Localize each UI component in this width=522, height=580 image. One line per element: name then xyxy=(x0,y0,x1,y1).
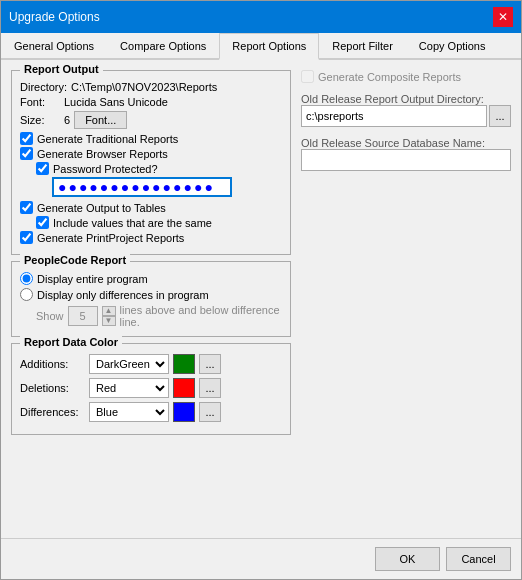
deletions-label: Deletions: xyxy=(20,382,85,394)
show-spinner: ▲ ▼ xyxy=(102,306,116,326)
title-bar: Upgrade Options ✕ xyxy=(1,1,521,33)
differences-color-btn[interactable]: ... xyxy=(199,402,221,422)
checkbox-browser-label: Generate Browser Reports xyxy=(37,148,168,160)
additions-color-btn[interactable]: ... xyxy=(199,354,221,374)
radio-differences-label: Display only differences in program xyxy=(37,289,209,301)
checkbox-password: Password Protected? xyxy=(20,162,282,175)
additions-row: Additions: DarkGreen ... xyxy=(20,354,282,374)
main-content: Report Output Directory: C:\Temp\07NOV20… xyxy=(1,60,521,538)
size-value: 6 xyxy=(64,114,70,126)
deletions-swatch xyxy=(173,378,195,398)
right-section: Generate Composite Reports Old Release R… xyxy=(301,70,511,171)
checkbox-printproject-input[interactable] xyxy=(20,231,33,244)
composite-checkbox-input[interactable] xyxy=(301,70,314,83)
report-output-title: Report Output xyxy=(20,63,103,75)
old-release-dir-row: ... xyxy=(301,105,511,127)
old-release-source-label: Old Release Source Database Name: xyxy=(301,137,511,149)
spinner-up[interactable]: ▲ xyxy=(102,306,116,316)
differences-color-select[interactable]: Blue xyxy=(89,402,169,422)
checkbox-printproject-label: Generate PrintProject Reports xyxy=(37,232,184,244)
additions-label: Additions: xyxy=(20,358,85,370)
checkbox-include-same-label: Include values that are the same xyxy=(53,217,212,229)
checkbox-tables-label: Generate Output to Tables xyxy=(37,202,166,214)
checkbox-printproject: Generate PrintProject Reports xyxy=(20,231,282,244)
deletions-row: Deletions: Red ... xyxy=(20,378,282,398)
tab-report-filter[interactable]: Report Filter xyxy=(319,33,406,58)
checkbox-include-same: Include values that are the same xyxy=(20,216,282,229)
old-release-dir-label: Old Release Report Output Directory: xyxy=(301,93,511,105)
report-output-group: Report Output Directory: C:\Temp\07NOV20… xyxy=(11,70,291,255)
peoplecode-report-title: PeopleCode Report xyxy=(20,254,130,266)
directory-value: C:\Temp\07NOV2023\Reports xyxy=(71,81,217,93)
window-title: Upgrade Options xyxy=(9,10,100,24)
differences-label: Differences: xyxy=(20,406,85,418)
font-value: Lucida Sans Unicode xyxy=(64,96,168,108)
main-row: Report Output Directory: C:\Temp\07NOV20… xyxy=(11,70,511,528)
password-dots: ●●●●●●●●●●●●●●● xyxy=(58,179,215,195)
ok-button[interactable]: OK xyxy=(375,547,440,571)
left-column: Report Output Directory: C:\Temp\07NOV20… xyxy=(11,70,291,528)
checkbox-traditional-input[interactable] xyxy=(20,132,33,145)
old-release-dir-section: Old Release Report Output Directory: ... xyxy=(301,89,511,127)
additions-color-select[interactable]: DarkGreen xyxy=(89,354,169,374)
peoplecode-report-group: PeopleCode Report Display entire program… xyxy=(11,261,291,337)
checkbox-tables-input[interactable] xyxy=(20,201,33,214)
deletions-color-select[interactable]: Red xyxy=(89,378,169,398)
composite-checkbox-label: Generate Composite Reports xyxy=(318,71,461,83)
radio-entire-label: Display entire program xyxy=(37,273,148,285)
cancel-button[interactable]: Cancel xyxy=(446,547,511,571)
old-release-dir-input[interactable] xyxy=(301,105,487,127)
show-suffix: lines above and below difference line. xyxy=(120,304,282,328)
show-value-input[interactable] xyxy=(68,306,98,326)
report-data-color-group: Report Data Color Additions: DarkGreen .… xyxy=(11,343,291,435)
checkbox-password-input[interactable] xyxy=(36,162,49,175)
checkbox-traditional-label: Generate Traditional Reports xyxy=(37,133,178,145)
radio-differences-row: Display only differences in program xyxy=(20,288,282,301)
composite-checkbox-row: Generate Composite Reports xyxy=(301,70,511,83)
footer: OK Cancel xyxy=(1,538,521,579)
tab-report-options[interactable]: Report Options xyxy=(219,33,319,60)
font-button[interactable]: Font... xyxy=(74,111,127,129)
additions-swatch xyxy=(173,354,195,374)
show-label: Show xyxy=(36,310,64,322)
checkbox-include-same-input[interactable] xyxy=(36,216,49,229)
directory-label: Directory: xyxy=(20,81,67,93)
old-release-dir-browse-btn[interactable]: ... xyxy=(489,105,511,127)
size-row: Size: 6 Font... xyxy=(20,111,282,129)
tab-copy-options[interactable]: Copy Options xyxy=(406,33,499,58)
radio-differences-program[interactable] xyxy=(20,288,33,301)
checkbox-tables: Generate Output to Tables xyxy=(20,201,282,214)
radio-entire-row: Display entire program xyxy=(20,272,282,285)
size-label: Size: xyxy=(20,114,60,126)
font-label: Font: xyxy=(20,96,60,108)
password-field[interactable]: ●●●●●●●●●●●●●●● xyxy=(52,177,232,197)
tab-compare-options[interactable]: Compare Options xyxy=(107,33,219,58)
deletions-color-btn[interactable]: ... xyxy=(199,378,221,398)
differences-swatch xyxy=(173,402,195,422)
tab-bar: General Options Compare Options Report O… xyxy=(1,33,521,60)
report-data-color-title: Report Data Color xyxy=(20,336,122,348)
differences-row: Differences: Blue ... xyxy=(20,402,282,422)
spinner-down[interactable]: ▼ xyxy=(102,316,116,326)
main-window: Upgrade Options ✕ General Options Compar… xyxy=(0,0,522,580)
tab-general-options[interactable]: General Options xyxy=(1,33,107,58)
checkbox-browser: Generate Browser Reports xyxy=(20,147,282,160)
checkbox-traditional: Generate Traditional Reports xyxy=(20,132,282,145)
close-button[interactable]: ✕ xyxy=(493,7,513,27)
directory-row: Directory: C:\Temp\07NOV2023\Reports xyxy=(20,81,282,93)
font-row: Font: Lucida Sans Unicode xyxy=(20,96,282,108)
right-column: Generate Composite Reports Old Release R… xyxy=(301,70,511,528)
old-release-source-section: Old Release Source Database Name: xyxy=(301,133,511,171)
old-release-source-row xyxy=(301,149,511,171)
checkbox-password-label: Password Protected? xyxy=(53,163,158,175)
show-lines-row: Show ▲ ▼ lines above and below differenc… xyxy=(20,304,282,328)
radio-entire-program[interactable] xyxy=(20,272,33,285)
checkbox-browser-input[interactable] xyxy=(20,147,33,160)
old-release-source-input[interactable] xyxy=(301,149,511,171)
